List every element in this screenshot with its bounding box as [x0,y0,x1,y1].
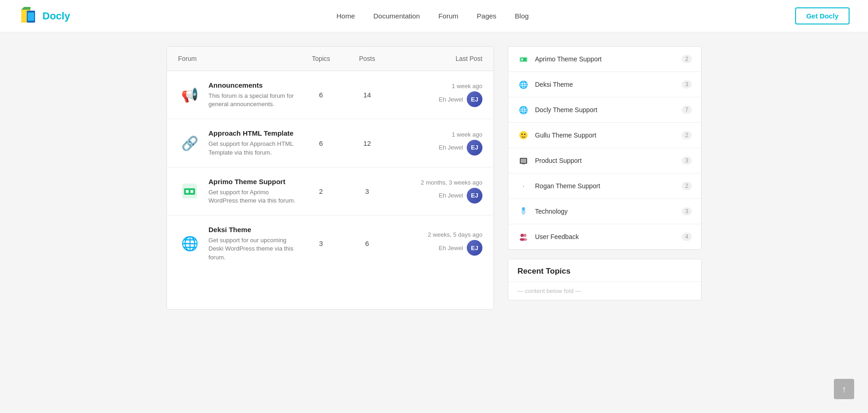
sidebar-item[interactable]: · Rogan Theme Support 2 [508,174,701,199]
svg-rect-6 [186,190,189,193]
last-post-user-area: Eh Jewel EJ [390,140,482,156]
last-post-time: 1 week ago [390,83,482,90]
nav-blog[interactable]: Blog [515,12,529,20]
svg-rect-5 [184,188,195,195]
last-post-time: 2 weeks, 5 days ago [390,231,482,238]
sidebar-item-count: 2 [682,182,692,190]
svg-point-19 [521,234,524,237]
forum-title[interactable]: Announcements [208,81,298,89]
forum-info: Announcements This forum is a special fo… [208,81,298,108]
col-topics: Topics [298,55,344,62]
sidebar-item[interactable]: Aprimo Theme Support 2 [508,47,701,72]
nav-home[interactable]: Home [337,12,355,20]
forum-cell: 🌐 Deksi Theme Get support for our upcomi… [178,226,298,262]
sidebar-item[interactable]: Technology 3 [508,199,701,224]
user-feedback-sidebar-icon [517,231,529,243]
last-post: 1 week ago Eh Jewel EJ [390,131,482,156]
topics-count: 6 [298,139,344,147]
forum-title[interactable]: Approach HTML Template [208,129,298,137]
logo-text: Docly [42,10,70,22]
last-post-time: 1 week ago [390,131,482,138]
posts-count: 14 [344,91,390,99]
docly-sidebar-icon: 🌐 [517,104,529,116]
table-row: 🔗 Approach HTML Template Get support for… [167,119,493,167]
sidebar-item-label: Technology [535,208,676,215]
logo[interactable]: Docly [18,6,70,26]
forum-description: Get support for Approach HTML Template v… [208,140,298,156]
forum-title[interactable]: Aprimo Theme Support [208,178,298,186]
sidebar-item-count: 3 [682,207,692,215]
table-row: 📢 Announcements This forum is a special … [167,71,493,119]
last-post: 2 months, 3 weeks ago Eh Jewel EJ [390,179,482,204]
sidebar-item[interactable]: Gullu Theme Support 2 [508,123,701,148]
aprimo-sidebar-icon [517,53,529,65]
site-header: Docly Home Documentation Forum Pages Blo… [0,0,868,32]
forum-table-header: Forum Topics Posts Last Post [167,47,493,71]
logo-icon [18,6,39,26]
last-post-user-area: Eh Jewel EJ [390,240,482,256]
product-support-sidebar-icon [517,155,529,167]
posts-count: 6 [344,239,390,247]
sidebar-item[interactable]: Product Support 3 [508,148,701,174]
last-post: 1 week ago Eh Jewel EJ [390,83,482,107]
sidebar-item-label: Product Support [535,157,676,164]
last-post-user-area: Eh Jewel EJ [390,188,482,204]
forum-info: Deksi Theme Get support for our upcoming… [208,226,298,262]
sidebar-item-label: User Feedback [535,233,676,240]
avatar: EJ [467,188,482,204]
sidebar-item-count: 2 [682,55,692,63]
sidebar-item[interactable]: User Feedback 4 [508,224,701,249]
svg-point-11 [519,131,528,139]
posts-count: 3 [344,187,390,195]
nav-pages[interactable]: Pages [477,12,497,20]
sidebar-item-label: Rogan Theme Support [535,182,676,190]
last-post-username: Eh Jewel [439,96,463,103]
nav-documentation[interactable]: Documentation [374,12,420,20]
forum-cell: 🔗 Approach HTML Template Get support for… [178,129,298,156]
last-post: 2 weeks, 5 days ago Eh Jewel EJ [390,231,482,256]
main-container: Forum Topics Posts Last Post 📢 Announcem… [157,46,711,310]
avatar: EJ [467,140,482,156]
sidebar: Aprimo Theme Support 2 🌐 Deksi Theme 3 🌐… [508,46,702,310]
technology-sidebar-icon [517,205,529,217]
svg-point-12 [522,134,523,135]
forum-title[interactable]: Deksi Theme [208,226,298,233]
sidebar-item-count: 7 [682,106,692,114]
sidebar-item[interactable]: 🌐 Docly Theme Support 7 [508,97,701,123]
sidebar-item-count: 4 [682,233,692,241]
topics-count: 3 [298,239,344,247]
approach-icon: 🔗 [178,132,201,155]
sidebar-item-label: Gullu Theme Support [535,132,676,139]
sidebar-item-count: 3 [682,80,692,89]
forum-info: Approach HTML Template Get support for A… [208,129,298,156]
main-nav: Home Documentation Forum Pages Blog [337,12,529,20]
svg-point-18 [523,207,524,211]
col-lastpost: Last Post [390,55,482,62]
deksi-sidebar-icon: 🌐 [517,78,529,90]
sidebar-item[interactable]: 🌐 Deksi Theme 3 [508,72,701,97]
nav-forum[interactable]: Forum [438,12,458,20]
svg-rect-10 [521,59,523,60]
col-posts: Posts [344,55,390,62]
svg-rect-7 [190,190,193,193]
sidebar-item-label: Aprimo Theme Support [535,55,676,63]
sidebar-forum-list: Aprimo Theme Support 2 🌐 Deksi Theme 3 🌐… [508,46,702,250]
deksi-icon: 🌐 [178,232,201,255]
col-forum: Forum [178,55,298,62]
recent-topics-title: Recent Topics [508,259,701,282]
forum-description: Get support for our upcoming Deski WordP… [208,236,298,262]
last-post-time: 2 months, 3 weeks ago [390,179,482,186]
get-docly-button[interactable]: Get Docly [795,7,850,24]
posts-count: 12 [344,139,390,147]
forum-table: Forum Topics Posts Last Post 📢 Announcem… [166,46,494,310]
forum-description: Get support for Aprimo WordPress theme v… [208,188,298,205]
sidebar-item-count: 3 [682,156,692,165]
aprimo-icon [178,180,201,203]
topics-count: 6 [298,91,344,99]
forum-cell: 📢 Announcements This forum is a special … [178,81,298,108]
svg-rect-3 [28,12,34,21]
sidebar-item-label: Deksi Theme [535,81,676,88]
avatar: EJ [467,240,482,256]
svg-marker-1 [21,7,30,10]
recent-topics-placeholder: — content below fold — [508,282,701,300]
